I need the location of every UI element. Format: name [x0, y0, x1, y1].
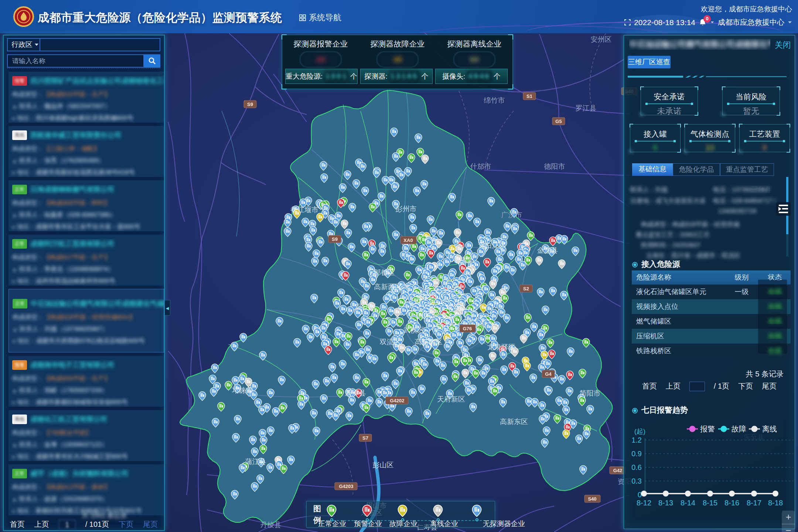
svg-text:天府新区: 天府新区 — [437, 395, 465, 403]
svg-text:0.6: 0.6 — [631, 463, 642, 471]
svg-text:正常企业: 正常企业 — [318, 520, 346, 528]
svg-text:绵竹市: 绵竹市 — [484, 96, 505, 104]
svg-text:0.3: 0.3 — [631, 477, 642, 485]
svg-text:新津县: 新津县 — [345, 389, 366, 397]
svg-text:郫都区: 郫都区 — [374, 269, 395, 276]
svg-text:0: 0 — [638, 491, 642, 499]
svg-text:8-16: 8-16 — [724, 499, 739, 507]
svg-text:锦江区: 锦江区 — [436, 322, 457, 330]
svg-text:都江堰市: 都江堰市 — [290, 206, 318, 214]
svg-text:XA0: XA0 — [403, 238, 413, 243]
svg-text:8-13: 8-13 — [658, 499, 673, 507]
svg-text:安州区: 安州区 — [591, 35, 612, 43]
svg-text:G76: G76 — [463, 326, 472, 331]
svg-text:故障企业: 故障企业 — [389, 520, 417, 528]
svg-text:青羊区: 青羊区 — [417, 312, 439, 320]
svg-text:丹棱县: 丹棱县 — [260, 521, 282, 529]
svg-text:武侯区: 武侯区 — [403, 326, 424, 334]
svg-text:双流区: 双流区 — [380, 338, 401, 346]
svg-text:1.2: 1.2 — [631, 436, 642, 444]
svg-text:故障: 故障 — [732, 425, 746, 433]
svg-text:金牛区: 金牛区 — [416, 293, 437, 301]
svg-text:8-17: 8-17 — [747, 499, 761, 507]
svg-text:彭山区: 彭山区 — [373, 461, 394, 469]
svg-text:8-18: 8-18 — [768, 499, 783, 507]
svg-text:无探测器企业: 无探测器企业 — [483, 520, 525, 528]
svg-text:8-12: 8-12 — [637, 499, 651, 507]
svg-text:离线企业: 离线企业 — [430, 520, 458, 528]
svg-text:S1: S1 — [526, 93, 532, 99]
svg-text:邛崃市: 邛崃市 — [232, 386, 253, 394]
svg-text:S2: S2 — [523, 286, 529, 291]
svg-text:什邡市: 什邡市 — [470, 163, 491, 170]
svg-text:8-14: 8-14 — [681, 499, 695, 507]
svg-text:高新西区: 高新西区 — [374, 283, 402, 291]
svg-text:青白江区: 青白江区 — [478, 241, 506, 249]
svg-text:S7: S7 — [362, 435, 368, 441]
svg-text:温江区: 温江区 — [355, 303, 376, 311]
svg-text:G42: G42 — [613, 468, 623, 473]
svg-text:S40: S40 — [588, 496, 596, 502]
svg-text:S9: S9 — [247, 102, 253, 107]
svg-text:广汉市: 广汉市 — [501, 211, 522, 219]
svg-text:0.9: 0.9 — [631, 450, 642, 458]
svg-text:G5: G5 — [555, 119, 562, 124]
svg-text:高新南区: 高新南区 — [415, 338, 443, 346]
svg-text:(起): (起) — [634, 428, 645, 435]
svg-text:G4: G4 — [545, 371, 552, 377]
svg-text:G4203: G4203 — [339, 484, 353, 489]
svg-text:蒲江县: 蒲江县 — [245, 458, 266, 466]
svg-text:彭州市: 彭州市 — [396, 205, 417, 213]
svg-text:德阳市: 德阳市 — [544, 163, 565, 170]
svg-text:预警企业: 预警企业 — [354, 520, 382, 528]
svg-text:龙泉驿区: 龙泉驿区 — [487, 343, 515, 351]
svg-text:金堂县: 金堂县 — [537, 246, 558, 254]
svg-text:离线: 离线 — [762, 425, 777, 433]
svg-text:S9: S9 — [332, 236, 338, 242]
svg-text:报警: 报警 — [700, 425, 715, 433]
svg-text:简阳市: 简阳市 — [580, 389, 601, 397]
svg-text:罗江县: 罗江县 — [576, 104, 597, 112]
svg-text:G4202: G4202 — [390, 398, 404, 403]
svg-text:成华区: 成华区 — [446, 303, 467, 311]
svg-text:新都区: 新都区 — [454, 256, 475, 264]
svg-text:8-15: 8-15 — [703, 499, 717, 507]
svg-text:高新东区: 高新东区 — [500, 418, 528, 426]
